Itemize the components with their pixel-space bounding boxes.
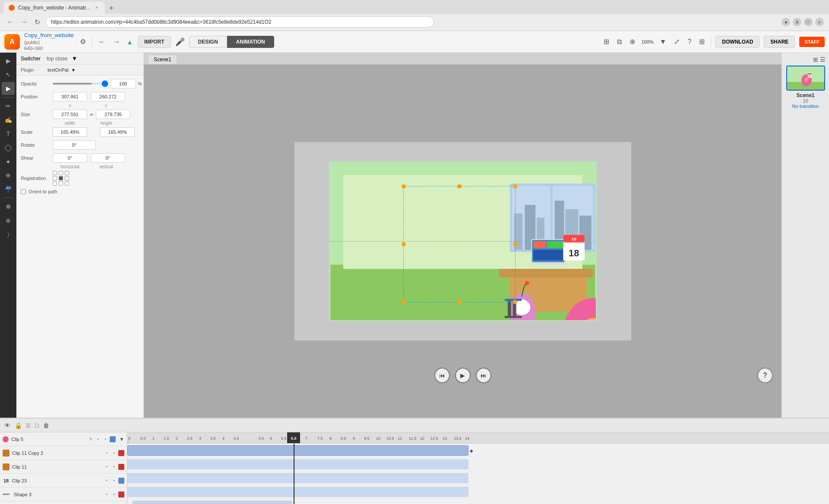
color-tool[interactable]: ☔ bbox=[2, 183, 15, 195]
fill-tool[interactable]: ● bbox=[2, 155, 15, 168]
help-btn[interactable]: ? bbox=[757, 368, 773, 383]
track-bar-4[interactable] bbox=[133, 501, 292, 504]
play-btn[interactable]: ▶ bbox=[455, 368, 471, 383]
scale-x-input[interactable] bbox=[53, 127, 87, 137]
hand-tool[interactable]: 〉 bbox=[2, 228, 15, 241]
scene-thumbnail[interactable]: 18 bbox=[786, 66, 825, 91]
timeline-delete-btn[interactable]: 🗑 bbox=[42, 421, 50, 430]
undo-btn[interactable]: ← bbox=[97, 36, 107, 47]
props-header: Switcher top close ▼ bbox=[16, 53, 143, 65]
project-visibility: (public) bbox=[24, 39, 74, 45]
fast-forward-btn[interactable]: ⏭ bbox=[476, 368, 491, 383]
select-tool[interactable]: ▶ bbox=[2, 54, 15, 67]
timeline-lock-btn[interactable]: 🔒 bbox=[14, 421, 23, 430]
text-tool[interactable]: T bbox=[2, 127, 15, 140]
track-name-1: Clip 11 Copy 2 bbox=[12, 450, 101, 456]
zoom-fit-icon[interactable]: ⊕ bbox=[628, 36, 637, 47]
reg-mr[interactable] bbox=[65, 176, 69, 180]
reg-tm[interactable] bbox=[59, 171, 63, 175]
scale-y-input[interactable] bbox=[100, 127, 135, 137]
grid-icon[interactable]: ⊞ bbox=[697, 36, 706, 47]
size-w-input[interactable] bbox=[53, 110, 87, 119]
track-expand-0[interactable]: ▼ bbox=[119, 436, 124, 442]
opacity-slider[interactable] bbox=[53, 83, 108, 85]
timeline-hide-btn[interactable]: 👁̸ bbox=[25, 421, 32, 430]
canvas-area[interactable]: 18 18 bbox=[144, 65, 782, 418]
svg-text:9.5: 9.5 bbox=[364, 436, 370, 441]
layout-icon[interactable]: ⊞ bbox=[602, 36, 611, 47]
brush-tool[interactable]: ✍ bbox=[2, 113, 15, 126]
settings-btn[interactable]: ⚙ bbox=[78, 36, 88, 47]
reg-bl[interactable] bbox=[53, 181, 57, 186]
move-tool[interactable]: ↖ bbox=[2, 68, 15, 81]
position-x-input[interactable] bbox=[53, 92, 87, 101]
design-btn[interactable]: DESIGN bbox=[189, 36, 227, 48]
top-close-arrow[interactable]: ▼ bbox=[72, 55, 77, 62]
mic-btn[interactable]: 🎤 bbox=[175, 37, 185, 47]
address-input[interactable] bbox=[45, 16, 434, 28]
shear-v-input[interactable] bbox=[91, 153, 125, 163]
position-y-input[interactable] bbox=[91, 92, 125, 101]
svg-point-65 bbox=[805, 78, 808, 82]
forward-btn[interactable]: → bbox=[19, 17, 29, 27]
ext-icon-1[interactable]: A bbox=[793, 18, 801, 26]
pointer-tool[interactable]: ▶ bbox=[2, 82, 15, 95]
track-bar-0[interactable]: ◆ bbox=[127, 445, 468, 456]
staff-btn[interactable]: STAFF bbox=[799, 37, 825, 47]
path-tool[interactable]: ⊕ bbox=[2, 169, 15, 182]
orient-checkbox[interactable] bbox=[21, 189, 26, 194]
help-toolbar-icon[interactable]: ? bbox=[686, 36, 693, 47]
opacity-row: Opacity % bbox=[21, 79, 139, 88]
playhead-line bbox=[294, 444, 294, 504]
redo-btn[interactable]: → bbox=[111, 36, 122, 47]
reg-center[interactable] bbox=[59, 176, 63, 180]
new-tab-btn[interactable]: + bbox=[107, 3, 117, 14]
timeline-ruler[interactable]: 0 0.5 1 1.5 2 2.5 3 3.5 4 4.5 bbox=[127, 432, 829, 444]
timeline-add-btn[interactable]: □ bbox=[34, 421, 39, 430]
reg-tr[interactable] bbox=[65, 171, 69, 175]
track-edit-icon-0[interactable]: ✎ bbox=[88, 436, 94, 442]
track-bar-2[interactable] bbox=[127, 473, 468, 483]
rotate-input[interactable] bbox=[53, 140, 96, 150]
opacity-input[interactable] bbox=[110, 79, 136, 88]
shear-h-input[interactable] bbox=[53, 153, 87, 163]
reload-btn[interactable]: ↻ bbox=[33, 17, 42, 27]
bookmark-icon[interactable]: ★ bbox=[782, 18, 790, 26]
draw-tool[interactable]: ✏ bbox=[2, 100, 15, 113]
grid-view-btn[interactable]: ⊞ bbox=[813, 56, 818, 63]
track-bar-3[interactable] bbox=[127, 487, 468, 497]
track-bar-1[interactable] bbox=[127, 459, 468, 469]
scene-tab-btn[interactable]: Scene1 bbox=[148, 55, 177, 64]
scene-transition[interactable]: No transition bbox=[792, 104, 819, 109]
animation-btn[interactable]: ANIMATION bbox=[227, 36, 274, 48]
reg-br[interactable] bbox=[65, 181, 69, 186]
project-name[interactable]: Copy_from_website bbox=[24, 32, 74, 39]
reg-bm[interactable] bbox=[59, 181, 63, 186]
tab-close-btn[interactable]: × bbox=[94, 5, 100, 11]
props-body: Opacity % Position x bbox=[16, 76, 143, 418]
reg-ml[interactable] bbox=[53, 176, 57, 180]
shape-tool[interactable]: ◯ bbox=[2, 141, 15, 154]
import-btn[interactable]: IMPORT bbox=[138, 36, 171, 48]
reg-tl[interactable] bbox=[53, 171, 57, 175]
list-view-btn[interactable]: ☰ bbox=[820, 56, 826, 63]
zoom-arrow-icon[interactable]: ▼ bbox=[658, 36, 668, 47]
ext-icon-3[interactable]: ≡ bbox=[815, 18, 824, 26]
expand-icon[interactable]: ⤢ bbox=[672, 36, 681, 47]
size-h-input[interactable] bbox=[96, 110, 130, 119]
upload-btn[interactable]: ▴ bbox=[126, 35, 133, 48]
separator-2 bbox=[711, 36, 711, 48]
vertical-label: vertical bbox=[89, 164, 123, 169]
zoom-tool[interactable]: ⊕ bbox=[2, 214, 15, 227]
puppet-tool[interactable]: ☸ bbox=[2, 200, 15, 213]
ext-icon-2[interactable]: 🛡 bbox=[804, 18, 813, 26]
svg-text:2: 2 bbox=[176, 436, 178, 441]
back-btn[interactable]: ← bbox=[5, 17, 16, 27]
rewind-btn[interactable]: ⏮ bbox=[434, 368, 450, 383]
share-btn[interactable]: SHARE bbox=[764, 36, 795, 48]
copy-icon[interactable]: ⧉ bbox=[615, 36, 623, 47]
download-btn[interactable]: DOWNLOAD bbox=[715, 36, 759, 48]
timeline-eye-btn[interactable]: 👁 bbox=[3, 421, 11, 430]
x-label: x bbox=[53, 103, 87, 108]
plugin-arrow[interactable]: ▼ bbox=[71, 68, 76, 72]
